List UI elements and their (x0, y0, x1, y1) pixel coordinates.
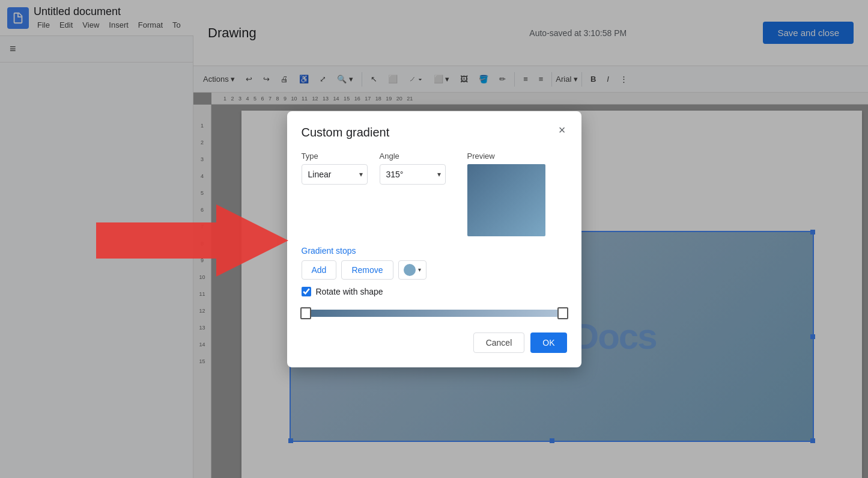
color-swatch (404, 264, 416, 276)
angle-select-wrapper: 0° 45° 90° 135° 180° 225° 270° 315° (380, 164, 446, 185)
rotate-label: Rotate with shape (316, 287, 383, 296)
gradient-stops-label: Gradient stops (302, 246, 567, 256)
cancel-button[interactable]: Cancel (473, 332, 525, 353)
type-group: Type Linear Radial (302, 152, 368, 185)
modal-footer: Cancel OK (302, 332, 567, 353)
add-stop-button[interactable]: Add (302, 260, 337, 280)
slider-handle-right[interactable] (557, 307, 568, 319)
preview-section: Preview (467, 152, 545, 236)
rotate-checkbox[interactable] (302, 287, 311, 296)
angle-label: Angle (380, 152, 446, 161)
preview-box (467, 164, 545, 236)
preview-label: Preview (467, 152, 545, 161)
ok-button[interactable]: OK (530, 332, 566, 353)
type-select-wrapper: Linear Radial (302, 164, 368, 185)
type-select[interactable]: Linear Radial (302, 164, 368, 185)
modal-close-button[interactable]: × (553, 121, 572, 140)
modal-backdrop: Custom gradient × Type Linear Radial Ang… (0, 0, 868, 478)
type-label: Type (302, 152, 368, 161)
gradient-slider-container (302, 306, 567, 320)
color-dropdown-arrow: ▾ (418, 266, 421, 273)
angle-group: Angle 0° 45° 90° 135° 180° 225° 270° 315… (380, 152, 446, 185)
remove-stop-button[interactable]: Remove (341, 260, 393, 280)
slider-handle-left[interactable] (300, 307, 311, 319)
custom-gradient-dialog: Custom gradient × Type Linear Radial Ang… (287, 111, 581, 367)
color-picker-button[interactable]: ▾ (398, 260, 426, 280)
angle-select[interactable]: 0° 45° 90° 135° 180° 225° 270° 315° (380, 164, 446, 185)
modal-title: Custom gradient (302, 126, 567, 139)
modal-top-row: Type Linear Radial Angle 0° 45° 90° 135 (302, 152, 567, 236)
gradient-track (302, 310, 567, 317)
rotate-checkbox-row: Rotate with shape (302, 287, 567, 296)
stops-row: Add Remove ▾ (302, 260, 567, 280)
